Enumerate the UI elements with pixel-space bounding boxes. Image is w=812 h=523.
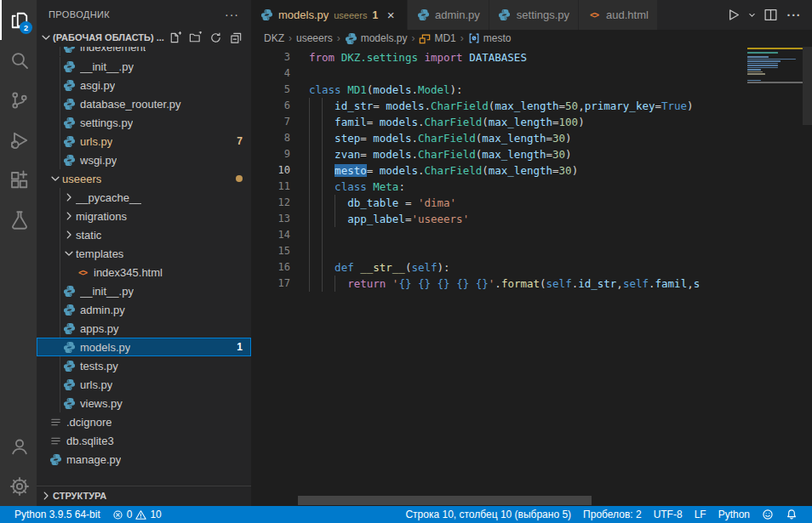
eol-status[interactable]: LF — [689, 506, 712, 523]
feedback-button[interactable] — [756, 506, 780, 523]
run-button[interactable] — [723, 6, 742, 25]
tree-item-urls.py[interactable]: urls.py — [37, 375, 251, 394]
code-line-15: 15 — [251, 243, 746, 259]
new-folder-icon[interactable] — [189, 31, 202, 44]
tree-item-apps.py[interactable]: apps.py — [37, 319, 251, 338]
breadcrumb-DKZ[interactable]: DKZ — [264, 32, 284, 44]
python-file-icon — [416, 9, 430, 22]
explorer-more-actions-icon[interactable]: ··· — [225, 8, 239, 21]
collapse-all-icon[interactable] — [230, 31, 243, 44]
python-icon — [345, 32, 357, 45]
file-file-icon — [49, 434, 62, 447]
code-line-3: 3from DKZ.settings import DATABASES — [251, 49, 746, 65]
tab-aud.html[interactable]: <>aud.html — [579, 0, 658, 30]
file-label: .dcignore — [66, 416, 112, 429]
indent-guide — [322, 195, 323, 211]
indent-guide — [60, 94, 60, 113]
workspace-section-header[interactable]: (РАБОЧАЯ ОБЛАСТЬ) ... — [37, 28, 251, 47]
tab-settings.py[interactable]: settings.py — [489, 0, 579, 30]
indent-guide — [335, 195, 335, 211]
file-label: useeers — [62, 173, 101, 185]
tree-item-database_roouter.py[interactable]: database_roouter.py — [37, 94, 251, 113]
activity-account-icon[interactable] — [0, 426, 37, 466]
tab-description: useeers — [334, 10, 367, 20]
line-number: 7 — [251, 114, 290, 130]
code-editor[interactable]: 3from DKZ.settings import DATABASES45cla… — [251, 47, 812, 506]
tree-item-__pycache__[interactable]: __pycache__ — [37, 188, 251, 207]
python-file-icon — [62, 378, 76, 391]
tree-item-manage.py[interactable]: manage.py — [37, 450, 251, 469]
html-file-icon: <> — [587, 9, 601, 22]
tree-item-index345.html[interactable]: <>index345.html — [37, 263, 251, 281]
tree-item-.dcignore[interactable]: .dcignore — [37, 412, 251, 431]
outline-section-label: СТРУКТУРА — [53, 491, 106, 501]
tree-item-urls.py[interactable]: urls.py7 — [37, 132, 251, 151]
code-line-12: 12 db_table = 'dima' — [251, 195, 746, 211]
breadcrumb-mesto[interactable]: mesto — [468, 32, 512, 44]
line-number: 3 — [251, 49, 290, 65]
run-dropdown-chevron-icon[interactable] — [746, 6, 758, 25]
tree-item-settings.py[interactable]: settings.py — [37, 113, 251, 132]
code-line-16: 16 def __str__(self): — [251, 259, 746, 276]
tree-item-tests.py[interactable]: tests.py — [37, 356, 251, 375]
tree-item-__init__.py[interactable]: __init__.py — [37, 281, 251, 300]
breadcrumb-label: DKZ — [264, 32, 284, 44]
language-mode-status[interactable]: Python — [712, 506, 756, 523]
activity-extensions-icon[interactable] — [0, 160, 37, 200]
tree-item-templates[interactable]: templates — [37, 244, 251, 263]
activity-run-debug-icon[interactable] — [0, 120, 37, 160]
tree-item-wsgi.py[interactable]: wsgi.py — [37, 151, 251, 169]
line-text: db_table = 'dima' — [309, 195, 456, 211]
line-text: id_str= models.CharField(max_length=50,p… — [309, 98, 694, 114]
tab-admin.py[interactable]: admin.py — [408, 0, 489, 30]
tree-item-db.sqlite3[interactable]: db.sqlite3 — [37, 431, 251, 450]
tree-item-admin.py[interactable]: admin.py — [37, 300, 251, 319]
activity-settings-gear-icon[interactable] — [0, 466, 37, 506]
python-file-icon — [62, 396, 76, 410]
error-icon — [112, 509, 123, 520]
file-label: admin.py — [80, 304, 125, 316]
breadcrumb-MD1[interactable]: MD1 — [419, 32, 455, 44]
line-number: 17 — [251, 276, 290, 292]
code-line-13: 13 app_label='useeers' — [251, 211, 746, 227]
tree-item-static[interactable]: static — [37, 225, 251, 244]
more-actions-button[interactable]: ··· — [783, 9, 805, 22]
tree-item-views.py[interactable]: views.py — [37, 394, 251, 412]
activity-source-control-icon[interactable] — [0, 80, 37, 120]
tree-item-migrations[interactable]: migrations — [37, 207, 251, 225]
activity-search-icon[interactable] — [0, 40, 37, 80]
line-text: app_label='useeers' — [309, 211, 469, 227]
split-editor-button[interactable] — [761, 6, 780, 25]
minimap[interactable] — [747, 48, 803, 506]
activity-explorer-icon[interactable]: 2 — [0, 0, 37, 40]
notifications-button[interactable] — [780, 506, 803, 523]
tree-item-__init__.py[interactable]: __init__.py — [37, 57, 251, 76]
file-label: migrations — [76, 210, 127, 223]
breadcrumb-separator: › — [289, 32, 292, 44]
vertical-scrollbar[interactable] — [803, 47, 812, 125]
indent-guide — [309, 276, 310, 292]
tree-item-models.py[interactable]: models.py1 — [37, 338, 251, 356]
activity-testing-icon[interactable] — [0, 200, 37, 240]
breadcrumb-useeers[interactable]: useeers — [296, 32, 333, 44]
breadcrumb-models.py[interactable]: models.py — [345, 32, 408, 45]
indentation-status[interactable]: Пробелов: 2 — [577, 506, 648, 523]
indent-guide — [60, 356, 60, 375]
outline-section-header[interactable]: СТРУКТУРА — [37, 486, 251, 504]
language-label: Python — [718, 509, 750, 520]
new-file-icon[interactable] — [169, 31, 181, 44]
python-interpreter-status[interactable]: Python 3.9.5 64-bit — [9, 506, 106, 523]
cursor-position-status[interactable]: Строка 10, столбец 10 (выбрано 5) — [399, 506, 577, 523]
encoding-status[interactable]: UTF-8 — [648, 506, 689, 523]
tab-models.py[interactable]: models.pyuseeers1× — [251, 0, 408, 30]
file-label: settings.py — [80, 117, 133, 129]
close-icon[interactable]: × — [383, 8, 398, 22]
problems-status[interactable]: 0 10 — [106, 506, 168, 523]
tree-item-indexelement[interactable]: indexelement — [37, 47, 251, 56]
refresh-icon[interactable] — [209, 31, 222, 44]
tree-item-useeers[interactable]: useeers — [37, 169, 251, 188]
horizontal-scrollbar[interactable] — [298, 496, 592, 505]
indent-guide — [309, 179, 310, 195]
tree-item-asgi.py[interactable]: asgi.py — [37, 76, 251, 94]
chevron-right-icon — [62, 229, 76, 241]
